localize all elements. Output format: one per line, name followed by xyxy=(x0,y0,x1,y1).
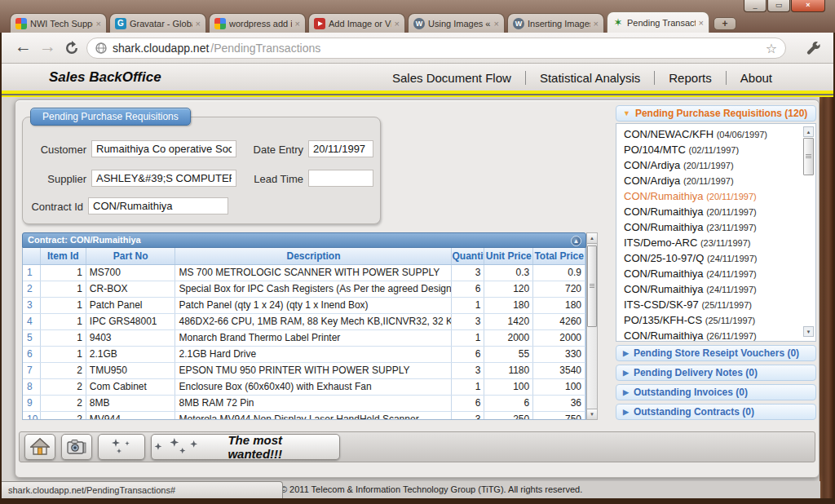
accordion-section[interactable]: ▶Pending Store Reseipt Vouchers (0) xyxy=(616,345,816,361)
contract-id-input[interactable] xyxy=(88,197,228,214)
bookmark-star-icon[interactable]: ☆ xyxy=(766,41,777,56)
tab-close-icon[interactable]: × xyxy=(395,20,400,28)
tab-close-icon[interactable]: × xyxy=(594,20,599,28)
requisition-ref: ITS/Demo-ARC xyxy=(624,237,697,249)
grid-column-header[interactable]: Unit Price xyxy=(484,248,533,264)
sparkle-button[interactable] xyxy=(98,434,145,460)
browser-tab[interactable]: wordpress add im× xyxy=(209,13,306,33)
browser-tab[interactable]: Add Image or Vid× xyxy=(308,13,405,33)
accordion-pending-purchase-requisitions[interactable]: ▼ Pending Purchase Requisitions (120) xyxy=(616,105,816,122)
grid-column-header[interactable] xyxy=(23,248,41,264)
requisition-list-item[interactable]: CON/Rumaithiya (26/11/1997) xyxy=(624,329,815,342)
app-favicon: ✶ xyxy=(612,17,624,29)
requisition-ref: CON/Rumaithiya xyxy=(624,267,704,280)
nav-item[interactable]: About xyxy=(726,71,786,85)
grid-cell: 9 xyxy=(23,396,41,411)
grid-row[interactable]: 72TMU950EPSON TMU 950 PRINTER WITH POWER… xyxy=(23,363,585,379)
grid-row[interactable]: 41IPC GRS48001486DX2-66 CPU, 1MB RAM, 88… xyxy=(23,314,585,330)
browser-tab[interactable]: WUsing Images « W× xyxy=(408,13,505,33)
youtube-favicon xyxy=(314,18,325,29)
supplier-input[interactable] xyxy=(91,170,236,187)
grid-cell: 1 xyxy=(41,281,86,297)
scroll-up-icon[interactable]: ▲ xyxy=(587,233,597,244)
forward-icon[interactable]: → xyxy=(39,37,56,56)
requisition-list-item[interactable]: PO/135/KFH-CS (25/11/1997) xyxy=(624,314,815,329)
grid-vertical-scrollbar[interactable]: ▲ ▼ xyxy=(586,232,598,420)
requisition-list-item[interactable]: ITS-CSD/SK-97 (25/11/1997) xyxy=(624,298,815,314)
form-title-tab[interactable]: Pending Purchase Requisitions xyxy=(30,108,191,126)
requisition-date: (25/11/1997) xyxy=(701,300,752,310)
grid-scroll-thumb[interactable] xyxy=(587,245,597,327)
requisition-list-item[interactable]: CON/Rumaithiya (23/11/1997) xyxy=(624,221,815,237)
nav-item[interactable]: Statistical Analysis xyxy=(525,71,654,85)
requisition-list-item[interactable]: CON/Rumaithiya (20/11/1997) xyxy=(624,206,815,221)
close-button[interactable]: × xyxy=(791,0,825,12)
customer-input[interactable] xyxy=(91,140,236,157)
chevron-right-icon: ▶ xyxy=(623,388,629,396)
grid-row[interactable]: 102MV944Motorola MV944 Non Display Laser… xyxy=(23,412,585,419)
status-url: shark.cloudapp.net/PendingTransactions# xyxy=(8,485,175,495)
requisition-list-item[interactable]: PO/104/MTC (02/11/1997) xyxy=(624,144,815,159)
grid-row[interactable]: 82Com CabinetEnclosure Box (60x60x40) wi… xyxy=(23,379,585,396)
globe-icon xyxy=(95,42,107,54)
grid-row[interactable]: 928MB8MB RAM 72 Pin6636 xyxy=(23,396,585,412)
snapshot-button[interactable] xyxy=(61,434,92,460)
grid-cell: 180 xyxy=(484,298,533,313)
wrench-menu-icon[interactable] xyxy=(806,40,822,56)
nav-item[interactable]: Sales Document Flow xyxy=(378,71,525,85)
grid-column-header[interactable]: Item Id xyxy=(41,248,86,264)
tab-close-icon[interactable]: × xyxy=(96,20,101,28)
requisition-list-item[interactable]: CON/Rumaithiya (24/11/1997) xyxy=(624,283,815,298)
date-entry-input[interactable] xyxy=(308,140,373,157)
grid-column-header[interactable]: Part No xyxy=(86,248,176,264)
requisition-list-item[interactable]: CON/Rumaithiya (24/11/1997) xyxy=(624,267,815,283)
maximize-button[interactable]: ▭ xyxy=(767,0,790,12)
nav-item[interactable]: Reports xyxy=(654,71,726,85)
requisition-list-item[interactable]: CON/Ardiya (20/11/1997) xyxy=(624,159,815,175)
grid-row[interactable]: 519403Monarch Brand Thermo Label Printer… xyxy=(23,330,585,347)
list-scrollbar[interactable]: ▲ ▼ xyxy=(803,126,814,337)
scroll-down-icon[interactable]: ▼ xyxy=(587,409,597,419)
grid-row[interactable]: 31Patch PanelPatch Panel (qty 1 x 24) (q… xyxy=(23,298,585,314)
grid-cell: 2 xyxy=(41,396,86,411)
tab-close-icon[interactable]: × xyxy=(196,20,201,28)
back-icon[interactable]: ← xyxy=(15,37,32,56)
sparkles-icon xyxy=(108,437,135,457)
grid-row[interactable]: 21CR-BOXSpecial Box for IPC Cash Registe… xyxy=(23,281,585,298)
requisition-list-item[interactable]: CON/25-10-97/Q (24/11/1997) xyxy=(624,252,815,267)
requisition-date: (04/06/1997) xyxy=(717,130,767,139)
grid-column-header[interactable]: Quantity xyxy=(452,248,484,264)
accordion-section[interactable]: ▶Outstanding Contracts (0) xyxy=(616,404,816,420)
requisition-list-item[interactable]: CON/NEWAC/KFH (04/06/1997) xyxy=(624,128,815,144)
accordion-section[interactable]: ▶Pending Delivery Notes (0) xyxy=(616,365,816,381)
tab-close-icon[interactable]: × xyxy=(295,20,300,28)
grid-row[interactable]: 11MS700MS 700 METROLOGIC SCANNER WITH PO… xyxy=(23,265,585,281)
lead-time-input[interactable] xyxy=(308,170,373,187)
browser-tab[interactable]: WInserting Images× xyxy=(507,13,604,33)
requisition-list-item[interactable]: CON/Rumaithiya (20/11/1997) xyxy=(624,190,815,206)
requisition-list-item[interactable]: ITS/Demo-ARC (23/11/1997) xyxy=(624,237,815,252)
collapse-panel-icon[interactable]: ▲ xyxy=(571,236,581,246)
main-nav: Sales Document FlowStatistical AnalysisR… xyxy=(378,68,786,87)
scroll-down-icon[interactable]: ▼ xyxy=(803,326,814,337)
requisition-date: (20/11/1997) xyxy=(683,176,734,186)
grid-column-header[interactable]: Description xyxy=(175,248,452,264)
home-button[interactable] xyxy=(24,434,55,460)
browser-tab[interactable]: ✶Pending Transact× xyxy=(607,11,709,33)
grid-column-header[interactable]: Total Price xyxy=(533,248,585,264)
address-bar[interactable]: shark.cloudapp.net/PendingTransactions ☆ xyxy=(86,38,786,59)
tab-close-icon[interactable]: × xyxy=(494,20,499,28)
browser-tab[interactable]: NWI Tech Suppor× xyxy=(10,13,107,33)
reload-icon[interactable] xyxy=(64,40,80,56)
requisition-list-item[interactable]: CON/Ardiya (20/11/1997) xyxy=(624,175,815,190)
new-tab-button[interactable]: + xyxy=(714,17,736,30)
tab-close-icon[interactable]: × xyxy=(699,19,704,27)
list-scroll-thumb[interactable] xyxy=(803,138,814,175)
accordion-section[interactable]: ▶Outstanding Invoices (0) xyxy=(616,384,816,400)
grid-cell: TMU950 xyxy=(86,363,176,378)
browser-tab[interactable]: GGravatar - Globall× xyxy=(109,13,206,33)
minimize-button[interactable]: _ xyxy=(744,0,767,12)
grid-row[interactable]: 612.1GB2.1GB Hard Drive655330 xyxy=(23,347,585,363)
most-wanted-button[interactable]: The most wanted!!! xyxy=(151,434,340,460)
scroll-up-icon[interactable]: ▲ xyxy=(803,126,814,137)
